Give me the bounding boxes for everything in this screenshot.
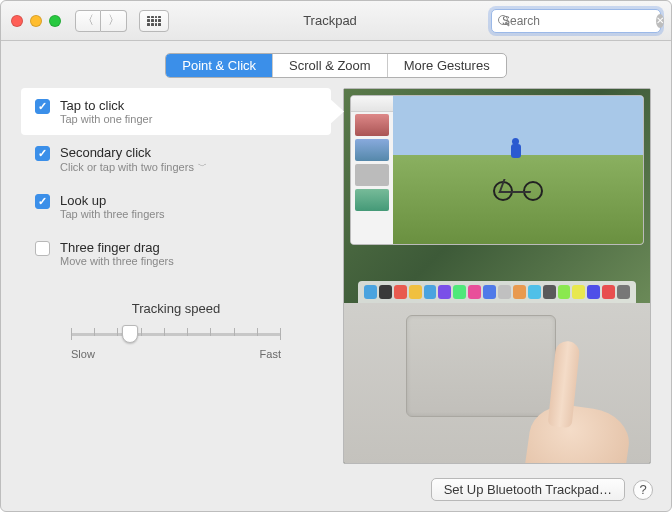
slider-thumb[interactable] bbox=[122, 325, 138, 343]
option-title: Secondary click bbox=[60, 145, 207, 160]
tab-scroll-zoom[interactable]: Scroll & Zoom bbox=[273, 54, 388, 77]
close-window-button[interactable] bbox=[11, 15, 23, 27]
gesture-preview bbox=[343, 88, 651, 464]
window-title: Trackpad bbox=[177, 13, 483, 28]
slider-labels: Slow Fast bbox=[71, 348, 281, 360]
dock-icon bbox=[543, 285, 556, 299]
dock-icon bbox=[409, 285, 422, 299]
tab-bar: Point & Click Scroll & Zoom More Gesture… bbox=[1, 41, 671, 88]
option-title: Tap to click bbox=[60, 98, 152, 113]
dock-icon bbox=[379, 285, 392, 299]
minimize-window-button[interactable] bbox=[30, 15, 42, 27]
preview-trackpad-area bbox=[344, 303, 650, 463]
preview-desktop bbox=[344, 89, 650, 303]
dock-icon bbox=[572, 285, 585, 299]
back-button[interactable]: 〈 bbox=[75, 10, 101, 32]
option-tap-to-click[interactable]: Tap to click Tap with one finger bbox=[21, 88, 331, 135]
slider-ticks bbox=[71, 328, 281, 340]
dock-icon bbox=[364, 285, 377, 299]
slider-min-label: Slow bbox=[71, 348, 95, 360]
option-subtitle: Move with three fingers bbox=[60, 255, 174, 267]
nav-buttons: 〈 〉 bbox=[75, 10, 127, 32]
option-subtitle: Tap with one finger bbox=[60, 113, 152, 125]
gesture-option-list: Tap to click Tap with one finger Seconda… bbox=[21, 88, 331, 277]
help-button[interactable]: ? bbox=[633, 480, 653, 500]
preview-hand bbox=[508, 337, 638, 464]
option-subtitle: Tap with three fingers bbox=[60, 208, 165, 220]
preview-photo bbox=[393, 96, 643, 244]
dock-icon bbox=[617, 285, 630, 299]
dock-icon bbox=[424, 285, 437, 299]
footer: Set Up Bluetooth Trackpad… ? bbox=[431, 478, 653, 501]
traffic-lights bbox=[11, 15, 61, 27]
checkbox-look-up[interactable] bbox=[35, 194, 50, 209]
titlebar: 〈 〉 Trackpad ✕ bbox=[1, 1, 671, 41]
grid-icon bbox=[147, 16, 161, 26]
preview-app-window bbox=[350, 95, 644, 245]
chevron-down-icon: ﹀ bbox=[198, 160, 207, 173]
dock-icon bbox=[528, 285, 541, 299]
search-field-wrap[interactable]: ✕ bbox=[491, 9, 661, 33]
segmented-control: Point & Click Scroll & Zoom More Gesture… bbox=[165, 53, 506, 78]
dock-icon bbox=[602, 285, 615, 299]
forward-button[interactable]: 〉 bbox=[101, 10, 127, 32]
option-subtitle[interactable]: Click or tap with two fingers﹀ bbox=[60, 160, 207, 173]
preview-dock bbox=[358, 281, 636, 303]
preferences-window: 〈 〉 Trackpad ✕ Point & Click Scroll & Zo… bbox=[0, 0, 672, 512]
checkbox-secondary-click[interactable] bbox=[35, 146, 50, 161]
dock-icon bbox=[468, 285, 481, 299]
content-area: Tap to click Tap with one finger Seconda… bbox=[1, 88, 671, 478]
option-secondary-click[interactable]: Secondary click Click or tap with two fi… bbox=[21, 135, 331, 183]
checkbox-tap-to-click[interactable] bbox=[35, 99, 50, 114]
tracking-speed-slider[interactable] bbox=[71, 324, 281, 344]
dock-icon bbox=[394, 285, 407, 299]
show-all-button[interactable] bbox=[139, 10, 169, 32]
dock-icon bbox=[558, 285, 571, 299]
chevron-left-icon: 〈 bbox=[82, 12, 94, 29]
dock-icon bbox=[513, 285, 526, 299]
tracking-speed-block: Tracking speed Slow Fast bbox=[21, 301, 331, 360]
dock-icon bbox=[498, 285, 511, 299]
chevron-right-icon: 〉 bbox=[108, 12, 120, 29]
slider-title: Tracking speed bbox=[21, 301, 331, 316]
options-column: Tap to click Tap with one finger Seconda… bbox=[21, 88, 331, 464]
option-three-finger-drag[interactable]: Three finger drag Move with three finger… bbox=[21, 230, 331, 277]
dock-icon bbox=[587, 285, 600, 299]
dock-icon bbox=[483, 285, 496, 299]
search-input[interactable] bbox=[502, 14, 652, 28]
zoom-window-button[interactable] bbox=[49, 15, 61, 27]
option-title: Look up bbox=[60, 193, 165, 208]
option-title: Three finger drag bbox=[60, 240, 174, 255]
dock-icon bbox=[438, 285, 451, 299]
dock-icon bbox=[453, 285, 466, 299]
clear-search-button[interactable]: ✕ bbox=[656, 14, 664, 28]
option-look-up[interactable]: Look up Tap with three fingers bbox=[21, 183, 331, 230]
slider-max-label: Fast bbox=[260, 348, 281, 360]
tab-more-gestures[interactable]: More Gestures bbox=[388, 54, 506, 77]
setup-bluetooth-button[interactable]: Set Up Bluetooth Trackpad… bbox=[431, 478, 625, 501]
tab-point-click[interactable]: Point & Click bbox=[166, 54, 273, 77]
checkbox-three-finger-drag[interactable] bbox=[35, 241, 50, 256]
